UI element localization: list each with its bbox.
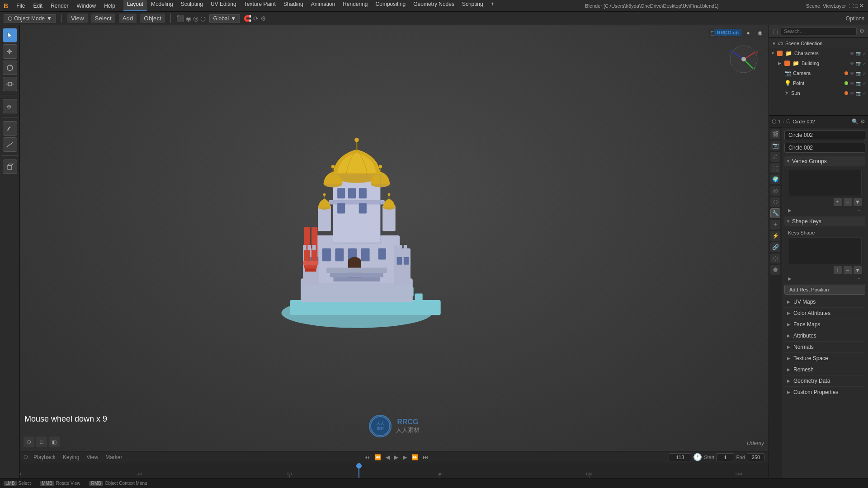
next-frame-btn[interactable]: ⏩	[410, 453, 420, 461]
editor-type-icon[interactable]: ⬡	[24, 436, 34, 447]
tab-compositing[interactable]: Compositing	[372, 0, 410, 11]
prop-particles-btn[interactable]: ✦	[770, 220, 780, 230]
tab-add[interactable]: +	[487, 0, 498, 11]
data-name-field[interactable]	[784, 143, 865, 153]
timeline-editor-icon[interactable]: ⬡	[24, 454, 28, 460]
view-layer-label[interactable]: ViewLayer	[823, 3, 846, 9]
prop-constraints-btn[interactable]: 🔗	[770, 242, 780, 252]
prop-object-btn[interactable]: ⬡	[770, 197, 780, 207]
object-btn[interactable]: Object	[140, 14, 165, 23]
play-btn[interactable]: ▶	[392, 453, 400, 461]
rotate-tool[interactable]	[3, 61, 17, 75]
scene-label[interactable]: Scene	[806, 3, 820, 9]
prop-material-btn[interactable]: ⬟	[770, 265, 780, 275]
uv-maps-section[interactable]: ▶ UV Maps	[784, 296, 865, 308]
outliner-item-sun[interactable]: ☀ Sun 👁 📷 ✓	[769, 88, 868, 98]
tab-animation[interactable]: Animation	[307, 0, 339, 11]
outliner-filter-icon[interactable]: ⚙	[859, 28, 864, 34]
tab-scripting[interactable]: Scripting	[458, 0, 487, 11]
annotate-tool[interactable]	[3, 121, 17, 136]
timeline-ruler[interactable]: 04090140190240	[20, 463, 769, 478]
viewport-solid-btn[interactable]: ●	[743, 28, 753, 38]
sk-play-icon[interactable]: ▶	[788, 276, 792, 281]
prev-frame-btn[interactable]: ⏪	[373, 453, 383, 461]
remesh-section[interactable]: ▶ Remesh	[784, 364, 865, 375]
tab-texture-paint[interactable]: Texture Paint	[241, 0, 279, 11]
tab-uv-editing[interactable]: UV Editing	[207, 0, 240, 11]
vg-add-btn[interactable]: +	[834, 198, 842, 206]
texture-space-section[interactable]: ▶ Texture Space	[784, 353, 865, 364]
add-btn[interactable]: Add	[119, 14, 137, 23]
start-frame-input[interactable]	[716, 453, 734, 461]
prop-output-btn[interactable]: 🖨	[770, 152, 780, 162]
sk-menu-btn[interactable]: ▼	[854, 266, 862, 274]
snap-icons[interactable]: 🧲 ⟳ ⚙	[244, 15, 266, 22]
tab-sculpting[interactable]: Sculpting	[177, 0, 207, 11]
prev-keyframe-btn[interactable]: ◀	[384, 453, 392, 461]
tab-layout[interactable]: Layout	[123, 0, 147, 11]
menu-render[interactable]: Render	[47, 2, 72, 10]
jump-start-btn[interactable]: ⏮	[363, 453, 372, 461]
prop-modifier-btn[interactable]: 🔧	[770, 208, 780, 218]
props-search-icon[interactable]: 🔍	[852, 118, 859, 125]
menu-file[interactable]: File	[13, 2, 28, 10]
viewport-rendered-btn[interactable]: ◉	[755, 28, 765, 38]
shape-keys-header[interactable]: ▼ Shape Keys	[784, 216, 865, 226]
select-btn[interactable]: Select	[91, 14, 115, 23]
next-keyframe-btn[interactable]: ▶	[401, 453, 409, 461]
prop-scene-btn[interactable]: 🎬	[770, 129, 780, 139]
menu-icon-2[interactable]: □	[36, 436, 47, 447]
props-options-icon[interactable]: ⚙	[860, 118, 865, 125]
menu-window[interactable]: Window	[73, 2, 100, 10]
menu-help[interactable]: Help	[100, 2, 119, 10]
global-selector[interactable]: Global ▼	[209, 14, 241, 23]
view-label[interactable]: View	[85, 453, 100, 461]
prop-object-data-btn[interactable]: ⬡	[770, 253, 780, 263]
vg-menu-btn[interactable]: ▼	[854, 198, 862, 206]
object-name-field[interactable]	[784, 130, 865, 140]
vg-play-icon[interactable]: ▶	[788, 208, 792, 213]
playback-label[interactable]: Playback	[32, 453, 57, 461]
outliner-search-input[interactable]	[781, 27, 857, 35]
outliner-item-building[interactable]: ▶ 📁 Building 👁 📷 ✓	[769, 58, 868, 68]
add-cube-tool[interactable]	[3, 160, 17, 174]
add-rest-position-btn[interactable]: Add Rest Position	[784, 285, 865, 295]
tab-shading[interactable]: Shading	[280, 0, 307, 11]
navigation-gizmo[interactable]: X Y Z	[728, 43, 760, 76]
scale-tool[interactable]	[3, 77, 17, 91]
view-btn[interactable]: View	[67, 14, 88, 23]
measure-tool[interactable]	[3, 137, 17, 152]
prop-view-layer-btn[interactable]: ⬚	[770, 163, 780, 173]
transform-tool[interactable]: ⊕	[3, 99, 17, 113]
jump-end-btn[interactable]: ⏭	[421, 453, 430, 461]
marker-label[interactable]: Marker	[104, 453, 124, 461]
tab-rendering[interactable]: Rendering	[339, 0, 371, 11]
scene-collection-header[interactable]: ▼ 🗂 Scene Collection	[769, 38, 868, 48]
sk-add-btn[interactable]: +	[834, 266, 842, 274]
3d-viewport[interactable]: ⬚ ◎ ◌ ● ◉ X Y Z	[20, 25, 769, 451]
vertex-groups-header[interactable]: ▼ Vertex Groups	[784, 156, 865, 166]
custom-properties-section[interactable]: ▶ Custom Properties	[784, 387, 865, 398]
viewport-shading-icons[interactable]: ⬛ ◉ ◎ ◌	[176, 15, 206, 22]
menu-icon-3[interactable]: ◧	[49, 436, 60, 447]
geometry-data-section[interactable]: ▶ Geometry Data	[784, 375, 865, 387]
menu-edit[interactable]: Edit	[29, 2, 46, 10]
outliner-item-point[interactable]: 💡 Point 👁 📷 ✓	[769, 78, 868, 88]
cursor-tool[interactable]	[3, 28, 17, 42]
keying-label[interactable]: Keying	[61, 453, 81, 461]
options-btn[interactable]: Options	[846, 15, 864, 22]
face-maps-section[interactable]: ▶ Face Maps	[784, 319, 865, 330]
prop-render-btn[interactable]: 📷	[770, 141, 780, 150]
outliner-item-characters[interactable]: ▼ 📁 Characters 👁 📷 ✓	[769, 48, 868, 58]
prop-scene2-btn[interactable]: 🌍	[770, 174, 780, 184]
outliner-item-camera[interactable]: 📷 Camera 👁 📷 ✓	[769, 68, 868, 78]
attributes-section[interactable]: ▶ Attributes	[784, 330, 865, 342]
prop-world-btn[interactable]: ◎	[770, 186, 780, 196]
sk-remove-btn[interactable]: −	[844, 266, 852, 274]
mode-selector[interactable]: ⬡ Object Mode ▼	[4, 14, 56, 23]
tab-geometry-nodes[interactable]: Geometry Nodes	[410, 0, 458, 11]
current-frame-input[interactable]	[669, 453, 691, 461]
color-attributes-section[interactable]: ▶ Color Attributes	[784, 308, 865, 319]
normals-section[interactable]: ▶ Normals	[784, 342, 865, 353]
tab-modeling[interactable]: Modeling	[147, 0, 177, 11]
